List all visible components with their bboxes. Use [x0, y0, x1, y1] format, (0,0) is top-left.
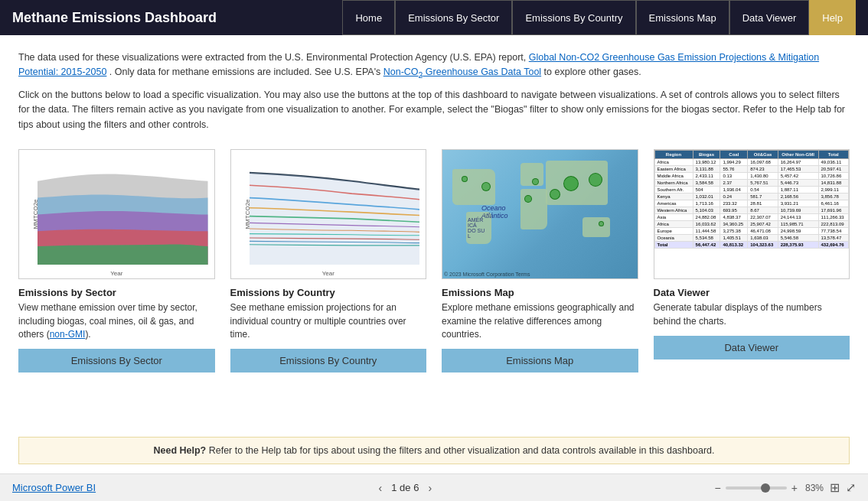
zoom-thumb	[761, 483, 770, 493]
epa-tool-link[interactable]: Non-CO2 Greenhouse Gas Data Tool	[383, 67, 541, 77]
dashboard-title: Methane Emissions Dashboard	[12, 10, 342, 26]
zoom-control: − + 83%	[715, 482, 824, 494]
emissions-by-sector-button[interactable]: Emissions By Sector	[18, 349, 215, 372]
help-bar: Need Help? Refer to the Help tab for tip…	[18, 437, 850, 464]
footer: Microsoft Power BI ‹ 1 de 6 › − + 83% ⊞ …	[0, 473, 868, 501]
nav-tabs: Home Emissions By Sector Emissions By Co…	[342, 0, 856, 35]
country-y-label: MMTCO2e	[244, 200, 251, 229]
intro-section: The data used for these visualizations w…	[18, 50, 850, 138]
main-content: The data used for these visualizations w…	[0, 35, 868, 473]
header: Methane Emissions Dashboard Home Emissio…	[0, 0, 868, 35]
card-sector-desc: View methane emission over time by secto…	[18, 301, 215, 341]
dashboard-wrapper: Methane Emissions Dashboard Home Emissio…	[0, 0, 868, 501]
map-visual: © 2023 Microsoft Corporation Terms Ocean…	[442, 150, 638, 278]
emissions-by-country-button[interactable]: Emissions By Country	[230, 349, 427, 372]
intro-para1: The data used for these visualizations w…	[18, 50, 850, 82]
country-chart: MMTCO2e Year	[231, 150, 426, 278]
tab-help[interactable]: Help	[809, 0, 856, 35]
card-country-image: MMTCO2e Year	[230, 149, 427, 279]
page-info: 1 de 6	[391, 482, 419, 493]
sector-y-label: MMTCO2e	[32, 200, 39, 229]
footer-right: − + 83% ⊞ ⤢	[715, 480, 856, 495]
card-map-desc: Explore methane emissions geographically…	[442, 301, 638, 341]
fit-page-icon[interactable]: ⊞	[830, 480, 840, 495]
data-table-preview: Region Biogas Coal Oil&Gas Other Non-GMI…	[654, 150, 850, 278]
intro-para2: Click on the buttons below to load a spe…	[18, 88, 850, 132]
data-viewer-button[interactable]: Data Viewer	[654, 336, 850, 359]
fullscreen-icon[interactable]: ⤢	[846, 480, 856, 495]
card-data-desc: Generate tabular displays of the numbers…	[654, 301, 850, 328]
card-sector-title: Emissions by Sector	[18, 287, 215, 298]
map-attribution: © 2023 Microsoft Corporation Terms	[444, 272, 530, 277]
tab-data-viewer[interactable]: Data Viewer	[729, 0, 810, 35]
zoom-level: 83%	[805, 483, 824, 493]
help-bold: Need Help?	[153, 445, 206, 456]
cards-row: MMTCO2e Year	[18, 149, 850, 372]
card-country: MMTCO2e Year	[230, 149, 427, 372]
sector-chart: MMTCO2e Year	[19, 150, 214, 278]
country-x-label: Year	[322, 270, 334, 277]
emissions-map-button[interactable]: Emissions Map	[442, 349, 638, 372]
prev-page-button[interactable]: ‹	[376, 480, 386, 496]
next-page-button[interactable]: ›	[425, 480, 435, 496]
zoom-slider[interactable]	[726, 486, 787, 490]
card-map: © 2023 Microsoft Corporation Terms Ocean…	[442, 149, 638, 372]
non-gmi-link[interactable]: non-GMI	[50, 329, 86, 340]
card-map-image: © 2023 Microsoft Corporation Terms Ocean…	[442, 149, 638, 279]
zoom-minus[interactable]: −	[715, 482, 721, 494]
card-data-image: Region Biogas Coal Oil&Gas Other Non-GMI…	[654, 149, 850, 279]
help-text: Refer to the Help tab for tips about usi…	[209, 445, 715, 456]
card-sector: MMTCO2e Year	[18, 149, 215, 372]
tab-home[interactable]: Home	[342, 0, 395, 35]
card-data-title: Data Viewer	[654, 287, 850, 298]
tab-emissions-country[interactable]: Emissions By Country	[512, 0, 635, 35]
pagination: ‹ 1 de 6 ›	[376, 480, 436, 496]
card-data-viewer: Region Biogas Coal Oil&Gas Other Non-GMI…	[654, 149, 850, 372]
card-map-title: Emissions Map	[442, 287, 638, 298]
power-bi-brand[interactable]: Microsoft Power BI	[12, 482, 96, 493]
card-country-title: Emissions by Country	[230, 287, 427, 298]
zoom-plus[interactable]: +	[791, 482, 798, 494]
card-country-desc: See methane emission projections for an …	[230, 301, 427, 341]
tab-emissions-sector[interactable]: Emissions By Sector	[395, 0, 512, 35]
card-sector-image: MMTCO2e Year	[18, 149, 215, 279]
sector-x-label: Year	[110, 270, 122, 277]
tab-emissions-map[interactable]: Emissions Map	[636, 0, 729, 35]
